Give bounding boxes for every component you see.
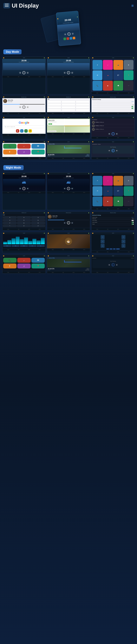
app-settings[interactable]: ⚙	[124, 60, 134, 70]
maps-icon[interactable]: 📍	[24, 129, 28, 132]
go-button[interactable]: GO	[48, 123, 52, 125]
nav-btn-1[interactable]: MAP	[106, 248, 109, 250]
night-carplay-podcast[interactable]: 🎙	[3, 264, 16, 268]
night-app-music[interactable]: ♪	[103, 176, 113, 186]
night-key-6[interactable]: 6	[31, 219, 45, 222]
night-app-more[interactable]: ⋯	[124, 196, 134, 206]
app-more[interactable]: ⋯	[124, 81, 134, 90]
night-key-5[interactable]: 5	[17, 219, 31, 222]
nav-down[interactable]: ↓	[101, 244, 104, 248]
night-auto-answer-toggle[interactable]	[132, 220, 134, 221]
night-carplay-phone[interactable]: 📞	[3, 258, 16, 263]
prev-bt-night[interactable]: ⏮	[64, 222, 66, 224]
power-toggle[interactable]	[132, 108, 134, 109]
night-app-bt[interactable]: BT	[113, 186, 123, 196]
prev-np-night[interactable]: ⏮	[108, 264, 110, 266]
youtube-icon[interactable]: ▶	[16, 129, 19, 132]
next-bt[interactable]: ⏭	[26, 106, 29, 108]
play-night2[interactable]: ⏸	[67, 187, 70, 190]
nav-down2[interactable]: ↓	[122, 244, 126, 248]
app-photos[interactable]: 📷	[113, 60, 123, 70]
play-bt[interactable]: ⏸	[22, 106, 26, 109]
night-app-carplay[interactable]: 🚗	[103, 186, 113, 196]
night-app-whatsapp[interactable]: 💬	[113, 196, 123, 206]
night-key-3[interactable]: 3	[31, 216, 45, 219]
key-6[interactable]: 6	[76, 103, 90, 106]
key-3[interactable]: 3	[76, 100, 90, 103]
play-np[interactable]: ▶	[112, 149, 115, 152]
night-app-photos[interactable]: 📷	[113, 176, 123, 186]
key-5[interactable]: 5	[62, 103, 75, 106]
key-7[interactable]: 7	[48, 106, 61, 108]
key-0[interactable]: 0	[62, 109, 75, 111]
night-app-telegram[interactable]: ✈	[92, 176, 102, 186]
next-social[interactable]: ⏭	[116, 133, 118, 135]
app-waze[interactable]: 🗺	[92, 70, 102, 80]
night-app-phone[interactable]: 📞	[92, 196, 102, 206]
night-key-star[interactable]: *	[3, 225, 17, 227]
next-np-night[interactable]: ⏭	[116, 264, 118, 266]
next-btn[interactable]: ⏭	[72, 32, 74, 35]
night-carplay-music[interactable]: ♪	[17, 258, 30, 263]
night-key-1[interactable]: 1	[3, 216, 17, 219]
key-star[interactable]: *	[48, 109, 61, 111]
night-auto-connect-toggle[interactable]	[132, 222, 134, 223]
night-app-nav[interactable]: 📍	[124, 186, 134, 196]
key-1[interactable]: 1	[48, 100, 61, 103]
night-key-0[interactable]: 0	[17, 225, 31, 227]
prev-np[interactable]: ⏮	[108, 150, 110, 152]
auto-answer-toggle[interactable]	[132, 104, 134, 105]
next-day1[interactable]: ⏭	[26, 72, 29, 74]
night-key-9[interactable]: 9	[31, 222, 45, 224]
carplay-waze[interactable]: 📍	[32, 150, 45, 154]
night-carplay-waze[interactable]: 📍	[32, 264, 45, 268]
google-search[interactable]: 🔍 Search or type URL	[4, 125, 44, 128]
night-key-hash[interactable]: #	[31, 225, 45, 227]
auto-connect-toggle[interactable]	[132, 106, 134, 107]
night-key-7[interactable]: 7	[3, 222, 17, 224]
play-btn[interactable]: ⏸	[68, 32, 71, 36]
app-whatsapp[interactable]: 💬	[113, 81, 123, 90]
play-bt-night[interactable]: ⏸	[67, 221, 70, 224]
prev-night1[interactable]: ⏮	[19, 188, 21, 190]
carplay-maps[interactable]: 🗺	[32, 144, 45, 149]
prev-bt[interactable]: ⏮	[19, 106, 21, 108]
night-key-8[interactable]: 8	[17, 222, 31, 224]
night-app-youtube[interactable]: ▶	[103, 196, 113, 206]
carplay-podcast[interactable]: 🎙	[3, 150, 16, 154]
prev-night2[interactable]: ⏮	[64, 188, 66, 190]
night-key-2[interactable]: 2	[17, 216, 31, 219]
key-2[interactable]: 2	[62, 100, 75, 103]
night-app-waze[interactable]: 🗺	[92, 186, 102, 196]
carplay-music[interactable]: ♪	[17, 144, 30, 149]
play-night1[interactable]: ⏸	[22, 187, 26, 190]
night-app-settings[interactable]: ⚙	[124, 176, 134, 186]
nav-right[interactable]: →	[122, 240, 126, 244]
key-4[interactable]: 4	[48, 103, 61, 106]
next-night1[interactable]: ⏭	[26, 188, 29, 190]
play-day2[interactable]: ⏸	[67, 71, 70, 74]
key-9[interactable]: 9	[76, 106, 90, 108]
next-day2[interactable]: ⏭	[71, 72, 74, 74]
key-8[interactable]: 8	[62, 106, 75, 108]
app-bt[interactable]: BT	[113, 70, 123, 80]
nav-btn-3[interactable]: POI	[113, 248, 116, 250]
next-night2[interactable]: ⏭	[71, 188, 74, 190]
night-power-toggle[interactable]	[132, 224, 134, 225]
app-nav[interactable]: 📍	[124, 70, 134, 80]
app-telegram[interactable]: ✈	[92, 60, 102, 70]
night-carplay-spotify[interactable]: ♬	[17, 264, 30, 268]
drive-icon[interactable]: △	[20, 129, 24, 132]
app-music[interactable]: ♪	[103, 60, 113, 70]
play-day1[interactable]: ⏸	[22, 71, 26, 74]
next-np[interactable]: ⏭	[116, 150, 118, 152]
play-social[interactable]: ⏸	[112, 132, 115, 136]
prev-btn[interactable]: ⏮	[64, 33, 66, 36]
app-carplay[interactable]: 🚗	[103, 70, 113, 80]
prev-day2[interactable]: ⏮	[64, 72, 66, 74]
app-phone[interactable]: 📞	[92, 81, 102, 90]
carplay-phone[interactable]: 📞	[3, 144, 16, 149]
nav-btn-2[interactable]: NAVI	[110, 248, 112, 250]
nav-btn-4[interactable]: ROUTE	[116, 248, 120, 250]
prev-day1[interactable]: ⏮	[19, 72, 21, 74]
